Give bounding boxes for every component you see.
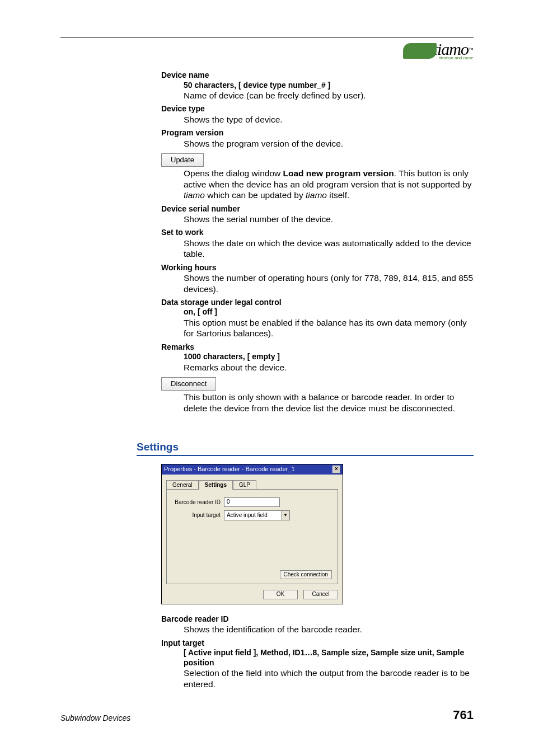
term-input-target: Input target [161, 638, 474, 649]
tab-settings[interactable]: Settings [199, 480, 233, 490]
close-icon[interactable]: × [332, 466, 340, 473]
body-serial: Shows the serial number of the device. [184, 214, 474, 224]
term-set-to-work: Set to work [161, 228, 474, 238]
body-device-type: Shows the type of device. [184, 114, 474, 125]
body-input-target: Selection of the field into which the ou… [184, 668, 474, 689]
brand-logo: tiamo™ titration and more [60, 41, 474, 60]
body-update: Opens the dialog window Load new program… [184, 168, 474, 200]
body-data-storage: This option must be enabled if the balan… [184, 317, 474, 339]
body-disconnect: This button is only shown with a balance… [184, 392, 474, 414]
term-working-hours: Working hours [161, 263, 474, 273]
page-number: 761 [453, 708, 474, 722]
sub-device-name: 50 characters, [ device type number_# ] [184, 81, 474, 91]
check-connection-button[interactable]: Check connection [280, 570, 332, 580]
label-input-target: Input target [172, 512, 224, 519]
term-reader-id: Barcode reader ID [161, 614, 474, 624]
footer-section: Subwindow Devices [60, 713, 130, 722]
properties-dialog: Properties - Barcode reader - Barcode re… [161, 464, 343, 604]
term-device-name: Device name [161, 71, 474, 81]
brand-subtitle: titration and more [433, 55, 474, 60]
update-button[interactable]: Update [161, 153, 204, 167]
term-program-version: Program version [161, 128, 474, 138]
body-set-to-work: Shows the date on which the device was a… [184, 238, 474, 260]
input-reader-id[interactable]: 0 [224, 497, 280, 507]
body-reader-id: Shows the identification of the barcode … [184, 624, 474, 635]
term-device-type: Device type [161, 104, 474, 114]
term-serial: Device serial number [161, 204, 474, 214]
select-input-target[interactable]: Active input field ▼ [224, 510, 290, 520]
cancel-button[interactable]: Cancel [303, 590, 338, 599]
ok-button[interactable]: OK [263, 590, 298, 599]
brand-shape [403, 43, 437, 59]
chevron-down-icon[interactable]: ▼ [281, 511, 289, 520]
body-remarks: Remarks about the device. [184, 362, 474, 373]
term-remarks: Remarks [161, 342, 474, 353]
sub-data-storage: on, [ off ] [184, 307, 474, 317]
label-reader-id: Barcode reader ID [172, 499, 224, 506]
dialog-title-text: Properties - Barcode reader - Barcode re… [164, 466, 295, 473]
tab-glp[interactable]: GLP [233, 480, 256, 490]
body-program-version: Shows the program version of the device. [184, 138, 474, 149]
select-value: Active input field [227, 512, 268, 519]
sub-remarks: 1000 characters, [ empty ] [184, 352, 474, 362]
tab-general[interactable]: General [166, 480, 199, 490]
disconnect-button[interactable]: Disconnect [161, 377, 216, 391]
settings-heading: Settings [137, 440, 474, 456]
body-working-hours: Shows the number of operating hours (onl… [184, 273, 474, 294]
brand-tm: ™ [469, 47, 474, 53]
sub-input-target: [ Active input field ], Method, ID1…8, S… [184, 648, 474, 668]
term-data-storage: Data storage under legal control [161, 298, 474, 308]
body-device-name: Name of device (can be freely defined by… [184, 90, 474, 101]
